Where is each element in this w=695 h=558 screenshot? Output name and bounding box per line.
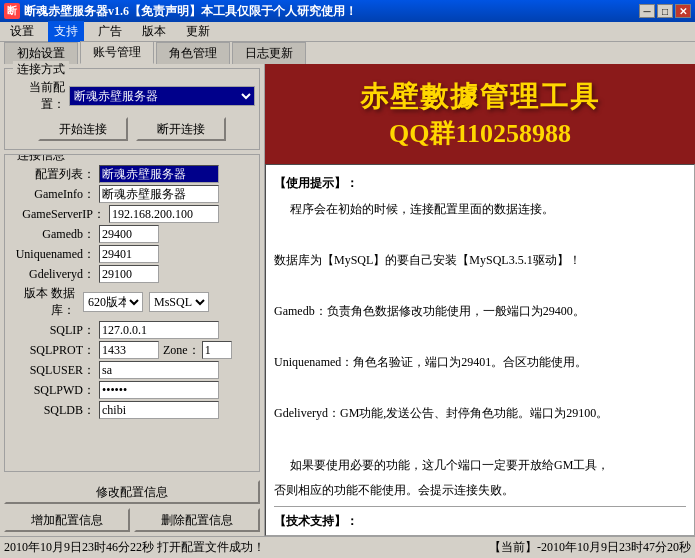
tab-role-mgmt[interactable]: 角色管理 [156,42,230,64]
left-panel: 连接方式 当前配置： 断魂赤壁服务器 开始连接 断开连接 连接信息 配置列表： [0,64,265,536]
current-config-row: 当前配置： 断魂赤壁服务器 [9,79,255,113]
close-button[interactable]: ✕ [675,4,691,18]
connect-group-title: 连接方式 [13,61,69,78]
usage-line5: Gamedb：负责角色数据修改功能使用，一般端口为29400。 [274,301,686,323]
sqlip-row: SQLIP： [9,321,255,339]
status-left-text: 2010年10月9日23时46分22秒 打开配置文件成功！ [4,539,481,556]
connect-buttons: 开始连接 断开连接 [9,117,255,141]
disconnect-button[interactable]: 断开连接 [136,117,226,141]
sqlpwd-row: SQLPWD： [9,381,255,399]
divider [274,506,686,507]
menu-version[interactable]: 版本 [136,21,172,42]
usage-title: 【使用提示】： [274,173,686,195]
title-bar: 断 断魂赤壁服务器v1.6【免责声明】本工具仅限于个人研究使用！ ─ □ ✕ [0,0,695,22]
config-list-input[interactable] [99,165,219,183]
minimize-button[interactable]: ─ [639,4,655,18]
sqldb-row: SQLDB： [9,401,255,419]
add-config-button[interactable]: 增加配置信息 [4,508,130,532]
usage-line10 [274,429,686,451]
usage-line11: 如果要使用必要的功能，这几个端口一定要开放给GM工具， [290,455,686,477]
uniquenamed-label: Uniquenamed： [9,246,99,263]
usage-line9: Gdeliveryd：GM功能,发送公告、封停角色功能。端口为29100。 [274,403,686,425]
title-bar-left: 断 断魂赤壁服务器v1.6【免责声明】本工具仅限于个人研究使用！ [4,3,357,20]
gameserverip-label: GameServerIP： [9,206,109,223]
sqldb-input[interactable] [99,401,219,419]
menu-ad[interactable]: 广告 [92,21,128,42]
zone-input[interactable] [202,341,232,359]
tab-account-mgmt[interactable]: 账号管理 [80,41,154,64]
sqlip-label: SQLIP： [9,322,99,339]
info-group-title: 连接信息 [13,154,69,164]
sqluser-label: SQLUSER： [9,362,99,379]
menu-support[interactable]: 支持 [48,21,84,42]
sqlpwd-label: SQLPWD： [9,382,99,399]
gameinfo-row: GameInfo： [9,185,255,203]
right-content: 【使用提示】： 程序会在初始的时候，连接配置里面的数据连接。 数据库为【MySQ… [265,164,695,536]
version-row: 版本 数据库： 620版本 MsSQL库 MySQL库 [9,285,255,319]
config-list-label: 配置列表： [9,166,99,183]
tab-bar: 初始设置 账号管理 角色管理 日志更新 [0,42,695,64]
uniquenamed-row: Uniquenamed： [9,245,255,263]
main-content: 连接方式 当前配置： 断魂赤壁服务器 开始连接 断开连接 连接信息 配置列表： [0,64,695,536]
menu-bar: 设置 支持 广告 版本 更新 [0,22,695,42]
uniquenamed-input[interactable] [99,245,159,263]
sqluser-row: SQLUSER： [9,361,255,379]
gameinfo-label: GameInfo： [9,186,99,203]
gameserverip-row: GameServerIP： [9,205,255,223]
config-list-row: 配置列表： [9,165,255,183]
sqlprot-label: SQLPROT： [9,342,99,359]
menu-update[interactable]: 更新 [180,21,216,42]
usage-line7: Uniquenamed：角色名验证，端口为29401。合区功能使用。 [274,352,686,374]
gdeliveryd-label: Gdeliveryd： [9,266,99,283]
usage-line1: 程序会在初始的时候，连接配置里面的数据连接。 [290,199,686,221]
current-config-label: 当前配置： [9,79,69,113]
zone-label: Zone： [163,342,200,359]
start-connect-button[interactable]: 开始连接 [38,117,128,141]
gameinfo-input[interactable] [99,185,219,203]
usage-line8 [274,378,686,400]
info-group: 连接信息 配置列表： GameInfo： GameServerIP： Gamed… [4,154,260,472]
banner: 赤壁數據管理工具 QQ群110258988 [265,64,695,164]
status-bar: 2010年10月9日23时46分22秒 打开配置文件成功！ 【当前】-2010年… [0,536,695,558]
modify-config-button[interactable]: 修改配置信息 [4,480,260,504]
banner-title: 赤壁數據管理工具 [360,78,600,116]
usage-line2 [274,224,686,246]
sqldb-label: SQLDB： [9,402,99,419]
app-icon: 断 [4,3,20,19]
delete-config-button[interactable]: 删除配置信息 [134,508,260,532]
usage-line12: 否则相应的功能不能使用。会提示连接失败。 [274,480,686,502]
window-controls: ─ □ ✕ [639,4,691,18]
status-right-text: 【当前】-2010年10月9日23时47分20秒 [489,539,691,556]
right-panel: 赤壁數據管理工具 QQ群110258988 【使用提示】： 程序会在初始的时候，… [265,64,695,536]
gamedb-row: Gamedb： [9,225,255,243]
db-type-select[interactable]: MsSQL库 MySQL库 [149,292,209,312]
sqlpwd-input[interactable] [99,381,219,399]
current-config-select[interactable]: 断魂赤壁服务器 [69,86,255,106]
gdeliveryd-row: Gdeliveryd： [9,265,255,283]
version-label: 版本 数据库： [9,285,79,319]
maximize-button[interactable]: □ [657,4,673,18]
gamedb-input[interactable] [99,225,159,243]
menu-settings[interactable]: 设置 [4,21,40,42]
version-select[interactable]: 620版本 [83,292,143,312]
usage-line6 [274,327,686,349]
sqlprot-row: SQLPROT： Zone： [9,341,255,359]
window-title: 断魂赤壁服务器v1.6【免责声明】本工具仅限于个人研究使用！ [24,3,357,20]
usage-line4 [274,275,686,297]
sqlip-input[interactable] [99,321,219,339]
bottom-buttons: 修改配置信息 增加配置信息 删除配置信息 [4,480,260,532]
gdeliveryd-input[interactable] [99,265,159,283]
tech-title: 【技术支持】： [274,511,686,533]
sqlprot-input[interactable] [99,341,159,359]
sqluser-input[interactable] [99,361,219,379]
tab-log-update[interactable]: 日志更新 [232,42,306,64]
usage-line3: 数据库为【MySQL】的要自己安装【MySQL3.5.1驱动】！ [274,250,686,272]
gameserverip-input[interactable] [109,205,219,223]
add-delete-row: 增加配置信息 删除配置信息 [4,508,260,532]
gamedb-label: Gamedb： [9,226,99,243]
banner-qq: QQ群110258988 [389,116,571,151]
connect-group: 连接方式 当前配置： 断魂赤壁服务器 开始连接 断开连接 [4,68,260,150]
